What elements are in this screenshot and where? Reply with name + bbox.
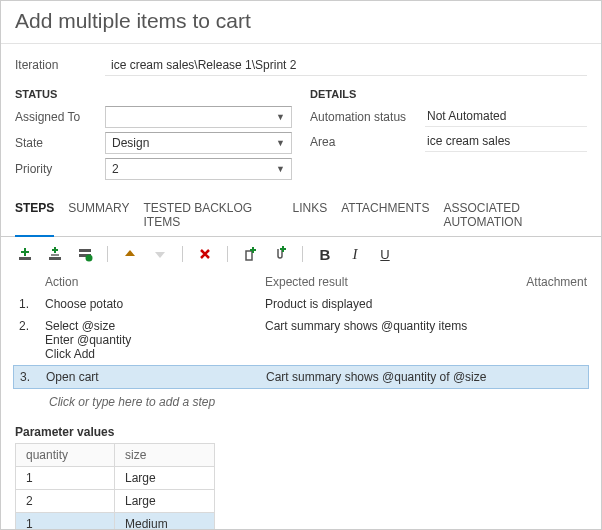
col-expected: Expected result <box>265 275 507 289</box>
tab-summary[interactable]: SUMMARY <box>68 196 129 236</box>
assigned-to-label: Assigned To <box>15 110 105 124</box>
separator <box>182 246 183 262</box>
step-number: 2. <box>15 319 45 361</box>
delete-button[interactable] <box>195 244 215 264</box>
area-value[interactable]: ice cream sales <box>425 131 587 152</box>
step-action[interactable]: Choose potato <box>45 297 265 311</box>
separator <box>302 246 303 262</box>
svg-rect-6 <box>246 251 252 260</box>
chevron-down-icon: ▼ <box>276 138 285 148</box>
parameter-values-title: Parameter values <box>15 425 587 439</box>
details-header: DETAILS <box>310 88 587 100</box>
step-number: 3. <box>16 370 46 384</box>
steps-grid: Action Expected result Attachment 1.Choo… <box>1 271 601 415</box>
param-cell[interactable]: Large <box>114 467 214 490</box>
step-action[interactable]: Open cart <box>46 370 266 384</box>
state-label: State <box>15 136 105 150</box>
parameter-table: quantitysize 1Large2Large1Medium <box>15 443 215 530</box>
separator <box>107 246 108 262</box>
param-cell[interactable]: 1 <box>16 513 115 531</box>
priority-dropdown[interactable]: 2▼ <box>105 158 292 180</box>
italic-button[interactable]: I <box>345 244 365 264</box>
param-cell[interactable]: 1 <box>16 467 115 490</box>
steps-toolbar: B I U <box>1 237 601 271</box>
tab-attachments[interactable]: ATTACHMENTS <box>341 196 429 236</box>
step-expected[interactable]: Cart summary shows @quantity items <box>265 319 587 361</box>
tabs: STEPSSUMMARYTESTED BACKLOG ITEMSLINKSATT… <box>1 184 601 237</box>
status-header: STATUS <box>15 88 292 100</box>
iteration-field[interactable]: ice cream sales\Release 1\Sprint 2 <box>105 54 587 76</box>
add-step-placeholder[interactable]: Click or type here to add a step <box>15 389 587 415</box>
param-cell[interactable]: Large <box>114 490 214 513</box>
param-row[interactable]: 2Large <box>16 490 215 513</box>
svg-point-5 <box>86 255 93 262</box>
param-col-size: size <box>114 444 214 467</box>
assigned-to-dropdown[interactable]: ▼ <box>105 106 292 128</box>
tab-associated-automation[interactable]: ASSOCIATED AUTOMATION <box>443 196 587 236</box>
iteration-label: Iteration <box>15 58 105 72</box>
chevron-down-icon: ▼ <box>276 164 285 174</box>
underline-button[interactable]: U <box>375 244 395 264</box>
priority-label: Priority <box>15 162 105 176</box>
add-parameter-button[interactable] <box>240 244 260 264</box>
separator <box>227 246 228 262</box>
param-col-quantity: quantity <box>16 444 115 467</box>
svg-rect-2 <box>51 254 59 256</box>
move-up-button[interactable] <box>120 244 140 264</box>
area-label: Area <box>310 135 425 149</box>
step-expected[interactable]: Product is displayed <box>265 297 587 311</box>
tab-steps[interactable]: STEPS <box>15 196 54 237</box>
automation-status-value[interactable]: Not Automated <box>425 106 587 127</box>
step-row[interactable]: 1.Choose potatoProduct is displayed <box>15 293 587 315</box>
svg-rect-3 <box>79 249 91 252</box>
tab-links[interactable]: LINKS <box>293 196 328 236</box>
step-row[interactable]: 3.Open cartCart summary shows @quantity … <box>13 365 589 389</box>
step-row[interactable]: 2.Select @sizeEnter @quantityClick AddCa… <box>15 315 587 365</box>
param-cell[interactable]: Medium <box>114 513 214 531</box>
col-action: Action <box>45 275 265 289</box>
col-attachment: Attachment <box>507 275 587 289</box>
move-down-button[interactable] <box>150 244 170 264</box>
create-shared-steps-button[interactable] <box>75 244 95 264</box>
step-number: 1. <box>15 297 45 311</box>
insert-step-button[interactable] <box>15 244 35 264</box>
param-row[interactable]: 1Medium <box>16 513 215 531</box>
svg-rect-0 <box>19 257 31 260</box>
chevron-down-icon: ▼ <box>276 112 285 122</box>
page-title: Add multiple items to cart <box>1 1 601 44</box>
insert-shared-step-button[interactable] <box>45 244 65 264</box>
step-expected[interactable]: Cart summary shows @quantity of @size <box>266 370 586 384</box>
bold-button[interactable]: B <box>315 244 335 264</box>
svg-rect-1 <box>49 257 61 260</box>
step-action[interactable]: Select @sizeEnter @quantityClick Add <box>45 319 265 361</box>
param-row[interactable]: 1Large <box>16 467 215 490</box>
automation-status-label: Automation status <box>310 110 425 124</box>
tab-tested-backlog-items[interactable]: TESTED BACKLOG ITEMS <box>143 196 278 236</box>
attachment-button[interactable] <box>270 244 290 264</box>
param-cell[interactable]: 2 <box>16 490 115 513</box>
state-dropdown[interactable]: Design▼ <box>105 132 292 154</box>
